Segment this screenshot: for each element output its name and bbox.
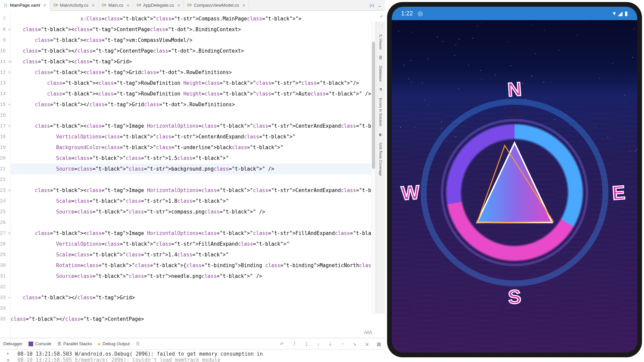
coverage-icon: ◐ (379, 132, 382, 137)
debug-tab-debugger[interactable]: Debugger (3, 341, 22, 346)
step-into-icon[interactable]: ⇲ (364, 341, 370, 347)
debug-tab-stacks[interactable]: ☰Parallel Stacks (57, 341, 92, 346)
android-status-bar: 1:22 ◎ ▾ ◢ ▮ (392, 7, 637, 20)
database-icon: 🗄 (379, 56, 382, 60)
svg-marker-0 (477, 143, 552, 223)
csharp-icon: C# (53, 3, 58, 8)
tab-main[interactable]: C# Main.cs × (98, 0, 133, 11)
tab-appdelegate[interactable]: C# AppDelegate.cs × (133, 0, 184, 11)
fold-column: ⊟⊟⊟⊖⊟⊟⊟⊖ (8, 11, 11, 338)
tab-mainpage-xaml[interactable]: ⟨⟩ MainPage.xaml × (0, 0, 50, 11)
line-number-gutter: 7891011121314151617181920212223242526272… (0, 11, 8, 338)
play-icon[interactable]: ▸ (5, 351, 11, 356)
compass: N S E W (407, 85, 622, 300)
calc-icon[interactable]: ▦ (376, 341, 382, 347)
debug-output[interactable]: ▸ ≡ 08-10 13:21:58.503 W/android.os.Debu… (0, 350, 385, 362)
app-badge-icon: ◎ (418, 10, 423, 17)
dir-west: W (400, 181, 420, 204)
debug-tab-label: Parallel Stacks (63, 341, 92, 346)
close-icon[interactable]: × (127, 3, 129, 8)
csharp-icon: C# (102, 3, 106, 8)
panel-coverage[interactable]: Unit Tests Coverage (378, 141, 383, 178)
step-over-icon[interactable]: ↘ (352, 341, 358, 347)
flask-icon: ⚗ (379, 87, 382, 92)
debug-output-line: 08-10 13:21:58.505 E/memtrack( 2096): Co… (17, 357, 381, 362)
wifi-icon: ▾ (613, 10, 616, 17)
csharp-icon: C# (137, 3, 141, 8)
debug-panel: ↻ Debugger Console ☰Parallel Stacks ▸Deb… (0, 338, 385, 362)
step-up-icon[interactable]: ⤴ (291, 341, 297, 347)
debug-tab-label: Console (35, 341, 51, 346)
lines-icon[interactable]: ≡ (5, 358, 11, 362)
up-arrow-icon[interactable]: ↑ (339, 341, 345, 347)
scrollbar-thumb[interactable] (372, 42, 375, 169)
list-icon[interactable]: ☰ (136, 341, 140, 346)
ide-pane: ⟨⟩ MainPage.xaml × C# MainActivity.cs × … (0, 0, 385, 362)
console-icon (29, 342, 33, 346)
debug-output-line: 08-10 13:21:58.503 W/android.os.Debug( 2… (17, 351, 381, 357)
editor-scrollbar[interactable] (371, 21, 376, 314)
step-back-icon[interactable]: ↶ (279, 341, 285, 347)
tab-compassviewmodel[interactable]: C# CompassViewModel.cs × (184, 0, 249, 11)
editor-tab-bar: ⟨⟩ MainPage.xaml × C# MainActivity.cs × … (0, 0, 385, 11)
dir-east: E (611, 181, 626, 204)
tab-label: Main.cs (108, 3, 123, 8)
output-icon: ▸ (98, 341, 101, 346)
tab-mainactivity[interactable]: C# MainActivity.cs × (50, 0, 98, 11)
il-viewer-icon: 📄 (378, 24, 383, 28)
close-icon[interactable]: × (177, 3, 180, 8)
font-size-icon[interactable]: AAA (364, 330, 372, 336)
panel-database[interactable]: Database (378, 64, 383, 83)
csharp-icon: C# (187, 3, 192, 8)
signal-icon: ◢ (618, 10, 623, 17)
device-frame: 1:22 ◎ ▾ ◢ ▮ (387, 2, 642, 357)
tab-nav-target-icon[interactable]: ⟨▪⟩ (369, 3, 374, 8)
battery-icon: ▮ (625, 10, 628, 17)
tab-label: MainActivity.cs (60, 3, 89, 8)
code-editor[interactable]: ✓ 78910111213141516171819202122232425262… (0, 11, 385, 338)
device-screen[interactable]: 1:22 ◎ ▾ ◢ ▮ (392, 7, 637, 353)
emulator-pane: 1:22 ◎ ▾ ◢ ▮ (385, 0, 644, 362)
close-icon[interactable]: × (44, 3, 46, 8)
close-icon[interactable]: × (243, 3, 245, 8)
tab-label: MainPage.xaml (10, 3, 40, 8)
dir-south: S (507, 285, 522, 308)
debug-tab-output[interactable]: ▸Debug Output (98, 341, 130, 346)
tab-label: CompassViewModel.cs (194, 3, 239, 8)
tab-label: AppDelegate.cs (143, 3, 174, 8)
status-time: 1:22 (401, 10, 413, 17)
chevron-down-icon[interactable]: ⌄ (378, 3, 382, 8)
xaml-icon: ⟨⟩ (3, 3, 8, 8)
step-alt-icon[interactable]: ⤵ (303, 341, 309, 347)
compass-needle (464, 138, 565, 232)
stacks-icon: ☰ (57, 341, 61, 346)
right-tool-sidebar: 📄 IL Viewer 🗄 Database ⚗ Errors In Solut… (376, 21, 385, 314)
down-line-icon[interactable]: ⇣ (327, 341, 333, 347)
close-icon[interactable]: × (92, 3, 95, 8)
debug-tab-label: Debugger (3, 341, 22, 346)
dir-north: N (507, 77, 522, 101)
debug-tab-console[interactable]: Console (29, 341, 51, 346)
debug-tab-label: Debug Output (103, 341, 130, 346)
panel-errors[interactable]: Errors In Solution (378, 96, 383, 128)
down-arrow-icon[interactable]: ↓ (315, 341, 321, 347)
debug-tab-bar: ↻ Debugger Console ☰Parallel Stacks ▸Deb… (0, 338, 385, 350)
code-body[interactable]: x:Class=class="t-black">"class="t-str">C… (11, 11, 385, 338)
panel-il-viewer[interactable]: IL Viewer (378, 33, 383, 52)
